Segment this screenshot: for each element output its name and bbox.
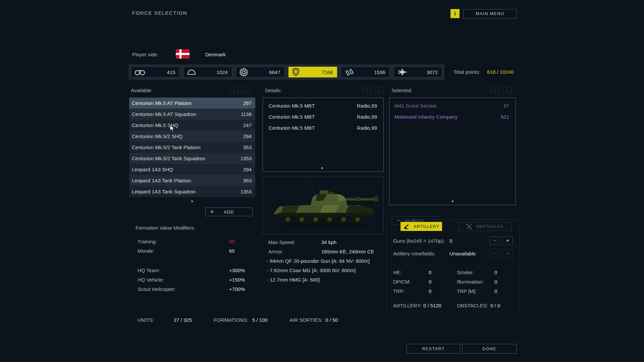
unit-name: Leopard 1A3 SHQ	[132, 167, 173, 172]
details-next-button[interactable]: ›	[375, 86, 384, 93]
scout-helicopter-label: Scout Helicopter:	[138, 286, 176, 292]
details-prev-button[interactable]: ‹	[363, 86, 372, 93]
list-item[interactable]: Centurion Mk.5 AT Squadron 1138	[129, 109, 255, 120]
armor-value: 165mm KE, 240mm CE	[321, 249, 374, 254]
unit-cost: 353	[243, 144, 252, 150]
selected-prev-button[interactable]: ‹	[491, 86, 499, 93]
category-wheeled[interactable]: 6647	[236, 67, 285, 77]
category-value: 7168	[322, 69, 333, 75]
player-country: Denmark	[205, 52, 226, 57]
selected-item[interactable]: Motorised Infantry Company 521	[389, 111, 516, 122]
chevron-right-icon: ›	[379, 87, 380, 93]
selected-item[interactable]: M41 Scout Section 97	[389, 100, 516, 111]
unit-cost: 353	[243, 178, 252, 183]
list-item[interactable]: Leopard 1A3 SHQ 294	[129, 164, 255, 175]
available-prev-button[interactable]: ‹	[230, 86, 238, 93]
list-item[interactable]: Centurion Mk.5 SHQ 247	[129, 120, 255, 131]
morale-value: 65	[229, 248, 235, 254]
support-panel	[386, 219, 520, 312]
trp-m-label: TRP [M]:	[457, 288, 477, 294]
category-value: 3072	[427, 69, 438, 75]
detail-row[interactable]: Centurion Mk.5 MBT Radio,99	[263, 100, 383, 111]
page-title: FORCE SELECTION	[132, 10, 187, 16]
obstacles-tab-label: OBSTACLES	[476, 224, 503, 229]
hq-team-label: HQ Team:	[138, 267, 160, 273]
minefields-value: Unavailable	[449, 251, 476, 256]
list-item[interactable]: Centurion Mk.5/2 SHQ 294	[129, 131, 255, 142]
formations-value: 5 / 100	[252, 317, 268, 323]
morale-label: Morale:	[138, 248, 154, 254]
trp-value: 0	[429, 288, 431, 294]
plus-icon: +	[506, 238, 509, 244]
detail-row[interactable]: Centurion Mk.5 MBT Radio,99	[263, 122, 383, 133]
main-menu-button[interactable]: MAIN MENU	[464, 9, 517, 18]
list-item[interactable]: Centurion Mk.5/2 Tank Squadron 1353	[129, 153, 255, 164]
done-button[interactable]: DONE	[462, 344, 517, 354]
weapon-line: - 7.62mm Coax MG [A: 3000 NV: 800m]	[267, 267, 356, 273]
unit-name: Leopard 1A3 Tank Squadron	[132, 189, 196, 194]
plus-icon: +	[210, 208, 214, 216]
unit-name: Centurion Mk.5 AT Squadron	[132, 111, 196, 117]
force-selection-screen: FORCE SELECTION i MAIN MENU Player side:…	[0, 0, 644, 362]
artillery-tab-label: ARTILLERY	[414, 224, 439, 229]
available-page-indicator	[191, 200, 193, 202]
trp-m-value: 0	[494, 288, 497, 294]
list-item[interactable]: Centurion Mk.5/2 Tank Platoon 353	[129, 142, 255, 153]
unit-name: Centurion Mk.5/2 SHQ	[132, 133, 182, 139]
obstacles-tools-icon	[466, 223, 473, 230]
tab-obstacles[interactable]: OBSTACLES	[458, 222, 512, 231]
list-item[interactable]: Leopard 1A3 Tank Platoon 353	[129, 175, 255, 186]
add-button[interactable]: + ADD	[205, 207, 253, 216]
unit-name: Leopard 1A3 Tank Platoon	[132, 178, 191, 183]
category-armor[interactable]: 7168	[288, 67, 337, 77]
air-sorties-label: AIR SORTIES:	[289, 317, 323, 323]
category-value: 1024	[217, 69, 228, 75]
weapon-line: - 84mm QF 20-pounder Gun [A: 64 NV: 800m…	[267, 258, 370, 264]
dpicm-label: DPICM:	[393, 279, 411, 285]
restart-button[interactable]: RESTART	[407, 344, 460, 354]
unit-cost: 521	[501, 114, 509, 120]
plus-icon: +	[506, 250, 509, 256]
category-recon[interactable]: 415	[131, 67, 180, 77]
mouse-cursor	[169, 125, 176, 132]
unit-cost: 1353	[240, 189, 252, 194]
guns-value: 0	[449, 238, 452, 244]
smoke-value: 0	[494, 269, 497, 275]
units-label: UNITS:	[138, 317, 154, 323]
guns-decrement-button[interactable]: −	[490, 236, 500, 245]
add-button-label: ADD	[224, 209, 234, 215]
detail-unit-info: Radio,99	[357, 103, 377, 109]
unit-preview-image	[263, 177, 384, 234]
training-value: 60	[229, 239, 235, 244]
tank-illustration	[263, 177, 383, 234]
total-points-value: 618 / 10240	[487, 69, 514, 75]
available-next-button[interactable]: ›	[242, 86, 251, 93]
dpicm-value: 0	[429, 279, 431, 285]
air-jet-icon	[397, 68, 408, 76]
minefields-decrement-button[interactable]: −	[490, 249, 500, 258]
hq-team-value: +300%	[229, 267, 245, 273]
list-item[interactable]: Leopard 1A3 Tank Squadron 1353	[129, 186, 255, 197]
details-header: Details:	[265, 87, 282, 93]
guns-increment-button[interactable]: +	[502, 236, 513, 245]
guns-label: Guns (6x245 = 1470p):	[393, 238, 445, 244]
minefields-increment-button[interactable]: +	[502, 249, 513, 258]
category-infantry[interactable]: 1024	[183, 67, 232, 77]
selected-next-button[interactable]: ›	[503, 86, 512, 93]
player-side-label: Player side:	[132, 52, 158, 57]
info-button[interactable]: i	[450, 9, 460, 18]
points-bar: 415 1024 6647	[128, 64, 444, 80]
available-list: Centurion Mk.5 AT Platoon 297 Centurion …	[129, 98, 255, 197]
unit-name: Centurion Mk.5/2 Tank Squadron	[132, 156, 205, 161]
category-value: 415	[167, 69, 175, 75]
category-shells[interactable]: 1536	[341, 67, 390, 77]
detail-row[interactable]: Centurion Mk.5 MBT Radio,99	[263, 111, 383, 122]
unit-cost: 294	[243, 133, 252, 139]
chevron-left-icon: ‹	[367, 87, 368, 93]
category-air[interactable]: 3072	[393, 67, 442, 77]
obstacles-total-label: OBSTACLES:	[457, 303, 488, 308]
he-value: 0	[429, 269, 431, 275]
detail-unit-name: Centurion Mk.5 MBT	[269, 125, 315, 131]
tab-artillery[interactable]: ARTILLERY	[400, 222, 442, 231]
list-item[interactable]: Centurion Mk.5 AT Platoon 297	[129, 98, 255, 109]
